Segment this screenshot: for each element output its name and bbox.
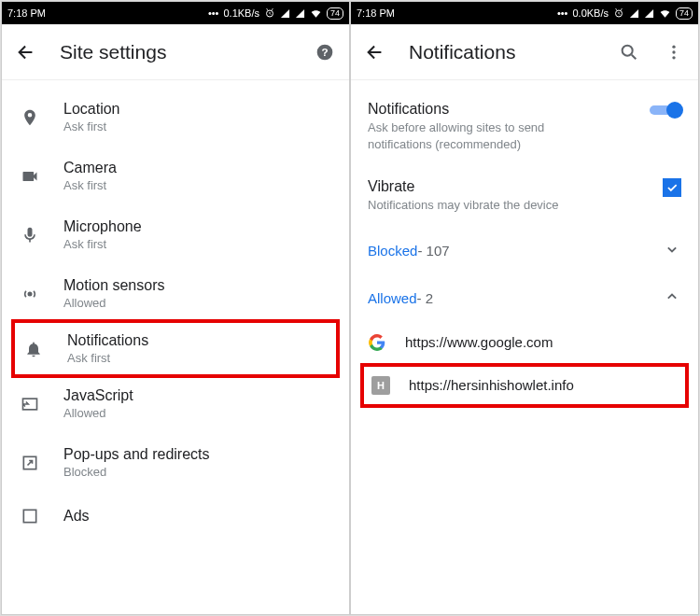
bell-icon [22,338,45,360]
svg-point-11 [672,56,675,59]
setting-label: Camera [63,160,332,176]
location-icon [19,106,41,129]
alarm-icon [613,7,624,19]
status-time: 7:18 PM [357,7,395,19]
setting-label: Pop-ups and redirects [63,446,332,463]
settings-list: LocationAsk first CameraAsk first Microp… [2,80,349,614]
status-more-icon: ••• [208,7,219,19]
more-icon[interactable] [663,41,685,63]
page-title: Site settings [60,41,291,63]
status-time: 7:18 PM [7,7,46,19]
svg-point-9 [672,45,675,48]
group-count: - 2 [417,290,434,306]
wifi-icon [659,7,671,20]
chevron-up-icon [663,287,681,309]
back-icon[interactable] [364,41,386,63]
site-row-google[interactable]: https://www.google.com [351,322,698,363]
app-bar: Site settings ? [2,24,349,80]
site-row-hersin[interactable]: H https://hersinhishowlet.info [364,367,685,404]
setting-sub: Allowed [63,406,332,420]
status-more-icon: ••• [557,7,568,19]
svg-text:?: ? [321,46,328,58]
battery-icon: 74 [676,7,693,20]
group-label: Allowed [368,290,417,306]
allowed-group[interactable]: Allowed - 2 [351,274,698,322]
svg-point-8 [623,45,633,55]
status-bar: 7:18 PM ••• 0.1KB/s 74 [2,2,349,24]
svg-point-3 [28,292,31,295]
popup-icon [19,452,41,474]
signal-icon-2 [295,8,305,19]
page-title: Notifications [409,41,595,63]
setting-sub: Ask first [67,351,329,365]
setting-location[interactable]: LocationAsk first [2,88,349,147]
toggle-switch[interactable] [650,101,681,119]
svg-point-10 [672,50,675,53]
microphone-icon [19,224,41,246]
setting-sub: Allowed [63,296,332,310]
signal-icon [629,8,639,19]
battery-icon: 74 [327,7,343,20]
group-count: - 107 [417,243,449,259]
setting-label: JavaScript [63,387,332,404]
help-icon[interactable]: ? [314,41,336,63]
status-speed: 0.0KB/s [572,7,609,19]
setting-sub: Ask first [63,237,332,251]
setting-camera[interactable]: CameraAsk first [2,147,349,205]
checkbox[interactable] [663,178,681,197]
site-url: https://www.google.com [405,334,553,350]
setting-sub: Blocked [63,465,332,479]
signal-icon-2 [644,8,654,19]
notifications-content: Notifications Ask before allowing sites … [351,80,698,614]
back-icon[interactable] [15,41,37,63]
setting-sub: Ask first [63,178,332,192]
phone-left: 7:18 PM ••• 0.1KB/s 74 Site settings ? [1,1,350,615]
section-desc: Ask before allowing sites to send notifi… [368,119,592,152]
status-speed: 0.1KB/s [223,7,259,19]
app-bar: Notifications [351,24,698,80]
setting-notifications[interactable]: NotificationsAsk first [11,319,340,378]
setting-label: Ads [63,508,332,525]
ads-icon [19,505,41,527]
google-favicon-icon [368,333,386,352]
notifications-toggle-row[interactable]: Notifications Ask before allowing sites … [351,88,698,165]
site-favicon-icon: H [371,376,390,395]
setting-label: Motion sensors [63,277,332,294]
setting-label: Microphone [63,218,332,235]
setting-popups[interactable]: Pop-ups and redirectsBlocked [2,433,349,492]
setting-microphone[interactable]: MicrophoneAsk first [2,205,349,264]
signal-icon [280,8,290,19]
phone-right: 7:18 PM ••• 0.0KB/s 74 Notifications [350,1,699,615]
setting-motion-sensors[interactable]: Motion sensorsAllowed [2,264,349,323]
highlighted-site: H https://hersinhishowlet.info [360,363,689,408]
svg-rect-6 [23,510,35,522]
javascript-icon [19,393,41,415]
camera-icon [19,165,41,188]
setting-label: Notifications [67,332,329,349]
group-label: Blocked [368,243,417,259]
section-title: Vibrate [368,178,653,195]
setting-ads[interactable]: Ads [2,492,349,527]
section-desc: Notifications may vibrate the device [368,197,592,214]
motion-icon [19,283,41,305]
vibrate-row[interactable]: Vibrate Notifications may vibrate the de… [351,165,698,227]
setting-javascript[interactable]: JavaScriptAllowed [2,374,349,433]
site-url: https://hersinhishowlet.info [409,377,574,393]
wifi-icon [310,7,322,20]
alarm-icon [264,7,275,19]
setting-label: Location [63,101,332,118]
section-title: Notifications [368,101,640,118]
status-bar: 7:18 PM ••• 0.0KB/s 74 [351,2,698,24]
blocked-group[interactable]: Blocked - 107 [351,227,698,274]
setting-sub: Ask first [63,119,332,133]
search-icon[interactable] [618,41,640,63]
chevron-down-icon [663,240,681,261]
